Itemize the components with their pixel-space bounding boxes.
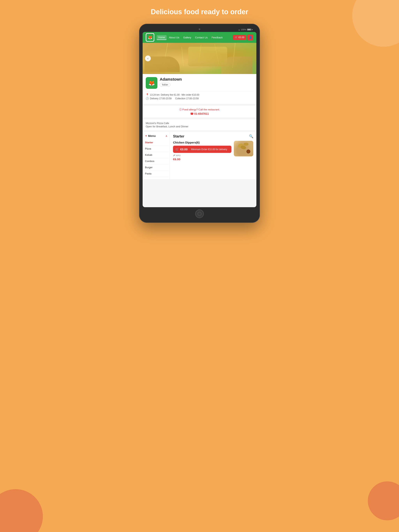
menu-label-text: Menu: [148, 134, 156, 138]
cart-bar[interactable]: 🛒 €0.00 Minimum Order €10.00 for deliver…: [173, 146, 232, 153]
food-item-info: Chicken Dippers(6) 🛒 €0.00 Minimum Order…: [173, 141, 232, 161]
nav-link-about[interactable]: About Us: [167, 35, 181, 40]
cart-price: €0.00: [238, 36, 244, 39]
battery-tip: [252, 29, 252, 30]
back-icon: ‹: [148, 57, 148, 60]
tablet-camera: [199, 28, 200, 30]
menu-content-header: Starter 🔍: [173, 134, 253, 139]
distance-text: 13.24 km: [150, 94, 160, 96]
battery-percent: 100%: [241, 28, 246, 31]
cart-icon: 🛒: [235, 36, 238, 39]
battery-icon: [247, 29, 251, 31]
tablet-bottom-bar: [143, 207, 256, 219]
hours-row: 🕐 Delivery 17:00-23:59 Collection 17:00-…: [146, 97, 253, 100]
restaurant-details: Adamstown Italian: [160, 77, 253, 87]
app-logo[interactable]: 🦊: [146, 33, 154, 42]
hero-food-visual: [143, 43, 256, 74]
allergy-section: ⓘ Food allergy? Call the restaurant. ☎ 0…: [143, 105, 256, 118]
user-button[interactable]: 👤: [247, 34, 253, 40]
menu-content: Starter 🔍 Chicken Dippers(6) 🛒 €0.00 Min…: [170, 132, 256, 179]
food-item-name: Chicken Dippers(6): [173, 141, 232, 144]
bg-decoration-bottom-left: [0, 489, 43, 532]
cafe-name: Mizzoni's Pizza Cafe: [146, 122, 253, 125]
tablet-home-button-inner: [198, 212, 201, 216]
food-price: €6.00: [173, 158, 232, 161]
location-icon: 📍: [146, 93, 149, 96]
allergy-text: ⓘ Food allergy? Call the restaurant.: [146, 108, 253, 111]
restaurant-logo: 🦊: [146, 77, 157, 89]
tablet-top-bar: 100%: [143, 27, 256, 32]
restaurant-tag: Italian: [160, 83, 170, 87]
menu-header: ▼ Menu ∧: [143, 134, 170, 139]
user-icon: 👤: [249, 36, 252, 39]
menu-collapse-button[interactable]: ∧: [165, 134, 167, 138]
restaurant-meta: 📍 13.24 km Delivery fee €1.00 · Min orde…: [146, 91, 253, 100]
search-button[interactable]: 🔍: [249, 134, 253, 139]
tablet-frame: 100% 🦊 Home About Us Gallery Contact Us …: [139, 24, 260, 223]
food-item-image-inner: [234, 141, 253, 156]
nav-link-gallery[interactable]: Gallery: [182, 35, 193, 40]
food-item: Chicken Dippers(6) 🛒 €0.00 Minimum Order…: [173, 141, 253, 161]
bg-decoration-bottom-right: [368, 481, 399, 520]
app-navbar: 🦊 Home About Us Gallery Contact Us Feedb…: [143, 32, 256, 43]
menu-arrow-icon: ▼: [145, 134, 147, 137]
cart-bar-price: €0.00: [180, 148, 188, 151]
cart-bar-text: Minimum Order €10.00 for delivery: [189, 148, 229, 151]
menu-item-pizza[interactable]: Pizza: [143, 146, 170, 152]
restaurant-name: Adamstown: [160, 77, 253, 82]
cart-button[interactable]: 🛒 €0.00: [233, 35, 246, 40]
nav-link-contact[interactable]: Contact Us: [193, 35, 209, 40]
nav-links: Home About Us Gallery Contact Us Feedbac…: [157, 35, 231, 40]
page-title: Delicious food ready to order: [151, 8, 248, 16]
tablet-screen: 🦊 Home About Us Gallery Contact Us Feedb…: [143, 32, 256, 207]
back-button[interactable]: ‹: [145, 56, 151, 61]
menu-item-pasta[interactable]: Pasta: [143, 171, 170, 177]
cart-bar-icon: 🛒: [175, 148, 179, 151]
restaurant-info: 🦊 Adamstown Italian 📍 13.24 km Delivery …: [143, 74, 256, 104]
menu-category-title: Starter: [173, 134, 184, 139]
menu-item-starter[interactable]: Starter: [143, 139, 170, 146]
delivery-fee-text: Delivery fee €1.00 · Min order €10.00: [161, 94, 199, 96]
menu-section: ▼ Menu ∧ Starter Pizza Kebab Combos Burg…: [143, 132, 256, 179]
allergy-phone[interactable]: ☎ 01-6547011: [146, 112, 253, 115]
delivery-hours: Delivery 17:00-23:59: [150, 97, 172, 100]
clock-icon: 🕐: [146, 97, 149, 100]
food-item-image: [234, 141, 253, 156]
menu-label: ▼ Menu: [145, 134, 156, 138]
hero-image: ‹: [143, 43, 256, 74]
bg-decoration-top-right: [352, 0, 399, 47]
nav-link-home[interactable]: Home: [157, 35, 167, 40]
tablet-home-button[interactable]: [195, 209, 204, 218]
distance-row: 📍 13.24 km Delivery fee €1.00 · Min orde…: [146, 93, 253, 96]
app-logo-inner: 🦊: [146, 34, 154, 41]
tablet-status-bar: 100%: [238, 28, 252, 31]
menu-sidebar: ▼ Menu ∧ Starter Pizza Kebab Combos Burg…: [143, 132, 170, 179]
menu-item-combos[interactable]: Combos: [143, 158, 170, 164]
restaurant-logo-emoji: 🦊: [148, 80, 155, 86]
wifi-icon: [238, 28, 240, 31]
spicy-label: 🌶 spicy: [173, 154, 232, 156]
nav-link-feedback[interactable]: Feedback: [210, 35, 224, 40]
menu-item-kebab[interactable]: Kebab: [143, 152, 170, 158]
cafe-info: Mizzoni's Pizza Cafe Open for Breakfast,…: [143, 119, 256, 130]
logo-emoji: 🦊: [148, 35, 153, 40]
collection-hours: Collection 17:00-23:59: [175, 97, 199, 100]
menu-item-burger[interactable]: Burger: [143, 164, 170, 171]
nav-actions: 🛒 €0.00 👤: [233, 34, 253, 40]
food-decoration: [143, 43, 256, 74]
restaurant-header: 🦊 Adamstown Italian: [146, 77, 253, 89]
cafe-hours: Open for Breakfast, Lunch and Dinner: [146, 125, 253, 128]
